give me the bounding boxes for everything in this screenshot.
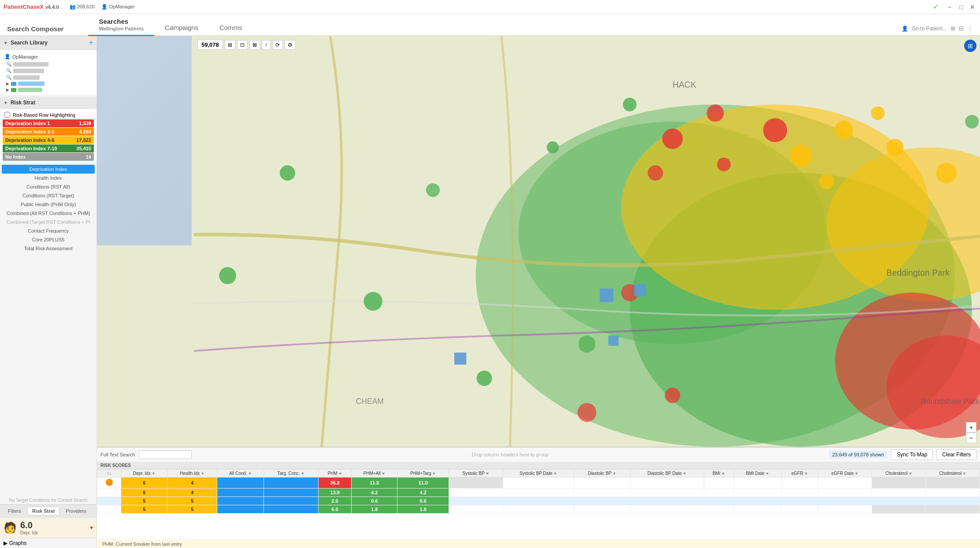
map-ctrl-dots[interactable]: ⊡ <box>237 40 248 50</box>
map-ctrl-table[interactable]: ⊠ <box>249 40 260 50</box>
cell-depr3: 5 <box>121 497 167 505</box>
risk-row-noindex[interactable]: No Index 14 <box>3 153 94 161</box>
bottom-tab-providers[interactable]: Providers <box>61 507 90 515</box>
search-item-1[interactable]: 🔍 <box>3 61 94 67</box>
svg-point-31 <box>887 139 904 156</box>
map-zoom-out-button[interactable]: − <box>966 433 976 443</box>
full-text-search-input[interactable] <box>139 450 192 459</box>
tab-searches[interactable]: Searches Wallington Patients <box>88 14 154 36</box>
risk-row-depr4[interactable]: Deprivation Index 4-6 17,822 <box>3 136 94 144</box>
cell-egfrdate3 <box>818 497 872 505</box>
col-depr-idx[interactable]: Depr. Idx▼ <box>121 470 167 478</box>
nav-icon-3[interactable]: ⋮ <box>967 25 973 32</box>
tree-folder-1[interactable]: ▶ <box>3 81 94 87</box>
map-ctrl-grid[interactable]: ⊞ <box>225 40 235 50</box>
table-row[interactable]: 5 5 6.0 1.8 1.8 <box>97 505 980 514</box>
col-egfr[interactable]: eGFR▼ <box>781 470 818 478</box>
cell-systolic3 <box>449 497 503 505</box>
col-bmi[interactable]: BMI▼ <box>704 470 734 478</box>
risk-row-depr7[interactable]: Deprivation Index 7-10 35,415 <box>3 144 94 152</box>
bottom-tab-filters[interactable]: Filters <box>4 507 26 515</box>
map-ctrl-refresh[interactable]: ⟳ <box>272 40 283 50</box>
map-zoom-in-button[interactable]: + <box>966 422 976 433</box>
nav-icon-2[interactable]: ⊟ <box>959 25 964 32</box>
risk-tab-health[interactable]: Health Index <box>0 174 97 182</box>
tree-folder-2[interactable]: ▶ <box>3 87 94 93</box>
table-row[interactable]: 6 4 36.8 11.0 11.0 <box>97 478 980 489</box>
graphs-label: Graphs <box>9 540 26 546</box>
col-bmi-date[interactable]: BMI Date▼ <box>734 470 781 478</box>
risk-tab-total[interactable]: Total Risk Assessment <box>0 244 97 253</box>
risk-highlight-checkbox-row: Risk-Based Row Highlighting <box>3 111 94 119</box>
col-systolic-bp[interactable]: Systolic BP▼ <box>449 470 503 478</box>
col-health-idx[interactable]: Health Idx▼ <box>167 470 217 478</box>
map-svg: London HACK Beddington Park Croydon CHEA… <box>194 36 980 447</box>
map-ctrl-up[interactable]: ↑ <box>262 40 271 50</box>
sync-to-map-button[interactable]: Sync To Map <box>891 449 933 460</box>
risk-tab-contact[interactable]: Contact Frequency <box>0 226 97 235</box>
col-cholesterol1[interactable]: Cholesterol▼ <box>872 470 926 478</box>
cell-allcond2 <box>217 489 264 497</box>
cell-egfr2 <box>781 489 818 497</box>
svg-rect-36 <box>600 289 613 302</box>
cell-depr1: 6 <box>121 478 167 489</box>
col-diastolic-date[interactable]: Diastolic BP Date▼ <box>630 470 704 478</box>
cell-depr2: 6 <box>121 489 167 497</box>
cell-diastolic2 <box>574 489 630 497</box>
tab-campaigns[interactable]: Campaigns <box>154 20 209 36</box>
cell-allcond3 <box>217 497 264 505</box>
search-library-add-button[interactable]: + <box>89 39 93 47</box>
cell-targconc3 <box>264 497 318 505</box>
clear-filters-button[interactable]: Clear Filters <box>936 449 976 460</box>
col-diastolic-bp[interactable]: Diastolic BP▼ <box>574 470 630 478</box>
go-to-patient[interactable]: Go to Patient... <box>912 26 947 32</box>
risk-tab-conditions-target[interactable]: Conditions (RST Target) <box>0 191 97 200</box>
risk-tab-phm[interactable]: Public Health (PHM Only) <box>0 200 97 209</box>
search-item-3[interactable]: 🔍 <box>3 74 94 81</box>
risk-tab-core20[interactable]: Core 20PLUS5 <box>0 235 97 244</box>
grid-scroll[interactable]: RISK SCORES ↑↓ Depr. Idx▼ Health Idx▼ Al… <box>97 462 980 540</box>
table-row[interactable]: 6 4 13.9 4.2 4.2 <box>97 489 980 497</box>
risk-tab-combined-all[interactable]: Combined (All RST Conditions + PHM) <box>0 209 97 218</box>
bottom-tab-riskstrat[interactable]: Risk Strat <box>27 507 59 515</box>
tab-comms[interactable]: Comms <box>209 20 253 36</box>
main-layout: ▼ Search Library + 👤 OpManager 🔍 🔍 🔍 <box>0 36 980 548</box>
col-phm[interactable]: PHM▼ <box>318 470 352 478</box>
col-systolic-date[interactable]: Systolic BP Date▼ <box>503 470 574 478</box>
col-cholesterol2[interactable]: Cholesterol▼ <box>926 470 980 478</box>
search-item-2[interactable]: 🔍 <box>3 67 94 74</box>
close-button[interactable]: ✕ <box>969 3 976 11</box>
minimize-button[interactable]: − <box>946 3 954 11</box>
col-egfr-date[interactable]: eGFR Date▼ <box>818 470 872 478</box>
cell-bmi1 <box>704 478 734 489</box>
risk-row-depr1[interactable]: Deprivation Index 1 1,539 <box>3 119 94 127</box>
col-targ-conc[interactable]: Targ. Conc.▼ <box>264 470 318 478</box>
risk-tab-conditions[interactable]: Conditions (RST All) <box>0 182 97 191</box>
col-phm-targ[interactable]: PHM+Targ▼ <box>397 470 449 478</box>
cell-allcond1 <box>217 478 264 489</box>
restore-button[interactable]: □ <box>957 3 965 11</box>
svg-text:Roundshaw Park: Roundshaw Park <box>921 397 979 406</box>
col-all-cond[interactable]: All Cond.▼ <box>217 470 264 478</box>
map-panel[interactable]: 59,078 ⊞ ⊡ ⊠ ↑ ⟳ ⚙ ⊞ <box>194 36 980 447</box>
search-library-header[interactable]: ▼ Search Library + <box>0 36 97 50</box>
risk-row-noindex-count: 14 <box>86 154 91 159</box>
svg-point-21 <box>662 129 683 149</box>
risk-strat-header[interactable]: ▼ Risk Strat <box>0 97 97 109</box>
risk-row-depr2[interactable]: Deprivation Index 2-3 4,288 <box>3 128 94 136</box>
nav-icon-1[interactable]: ⊞ <box>950 25 955 32</box>
risk-strat-tabs: Deprivation Index Health Index Condition… <box>0 163 97 255</box>
table-row[interactable]: 5 5 2.0 0.6 0.6 <box>97 497 980 505</box>
tree-op-manager[interactable]: 👤 OpManager <box>3 52 94 61</box>
risk-strat-body: Risk-Based Row Highlighting Deprivation … <box>0 109 97 163</box>
col-indicator[interactable]: ↑↓ <box>97 470 121 478</box>
grid-table: ↑↓ Depr. Idx▼ Health Idx▼ All Cond.▼ Tar… <box>97 469 980 514</box>
col-phm-all[interactable]: PHM+All▼ <box>352 470 397 478</box>
risk-tab-combined-target[interactable]: Combined (Target RST Conditions + PI <box>0 218 97 226</box>
thumbnail-placeholder <box>97 36 191 245</box>
graphs-section[interactable]: ▶ Graphs <box>0 538 97 548</box>
risk-tab-deprivation[interactable]: Deprivation Index <box>2 165 95 174</box>
map-layer-button[interactable]: ⊞ <box>964 40 976 52</box>
map-ctrl-settings[interactable]: ⚙ <box>285 40 296 50</box>
risk-highlight-checkbox[interactable] <box>4 112 10 118</box>
